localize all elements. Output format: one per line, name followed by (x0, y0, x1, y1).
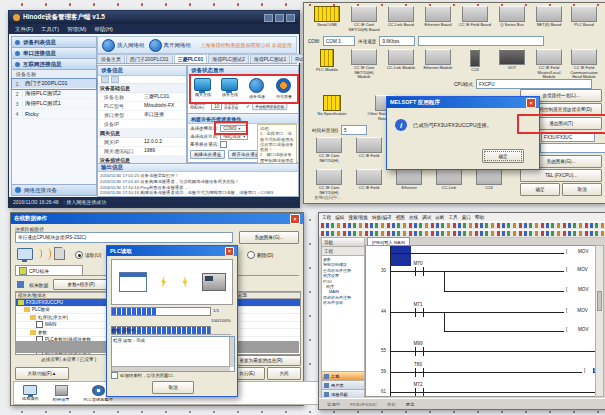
menu-file[interactable]: 文件(F) (15, 26, 33, 33)
ladder-editor[interactable]: MOVK6 D800 30 M70 MOVK29 D798 MOVK7 D800… (365, 245, 596, 397)
auto-close-option[interactable]: 处理结束时，自动关闭窗口。 (111, 372, 177, 379)
menu-diagnostics[interactable]: 诊断 (435, 215, 444, 220)
unit-ethernet[interactable]: Ethernet Module (421, 49, 455, 71)
time-check-field[interactable]: 5 (341, 125, 367, 135)
device-row[interactable]: 1西门子200PLC01 (12, 79, 96, 89)
unit-plc-module[interactable]: PLC Module (310, 49, 344, 73)
category-icon[interactable] (111, 76, 119, 83)
menu-debug[interactable]: 调试 (422, 215, 431, 220)
menu-tools[interactable]: 工具(T) (41, 26, 59, 33)
editor-scrollbar[interactable] (595, 245, 604, 397)
sidebar-bottom-bar[interactable]: 网络连接设备 (12, 184, 96, 195)
navigation-project-toolbar[interactable]: 工程 (322, 247, 364, 256)
contact-symbol[interactable] (415, 267, 424, 276)
sidebar-section-network[interactable]: 互联网连接信息 (12, 59, 96, 70)
unit-ccie-master[interactable]: CC IE Field Master/Local Module (532, 49, 566, 80)
coex-c24[interactable]: C24 (472, 169, 506, 191)
contact-symbol[interactable] (415, 308, 424, 317)
coex-ethernet[interactable]: Ethernet (392, 169, 426, 191)
board-net2[interactable]: NET(II) Board (532, 6, 566, 28)
menu-search[interactable]: 搜索/替换 (348, 215, 368, 220)
netroute-ccie-field[interactable]: CC IE Field (352, 137, 386, 159)
join-network-button[interactable]: 接入网络组 (102, 39, 145, 52)
period-field[interactable]: 10 (211, 103, 222, 110)
checkbox-icon[interactable] (36, 321, 43, 328)
board-cclink[interactable]: CC-Link Board (384, 6, 418, 28)
menu-compile[interactable]: 转换/编译 (372, 215, 392, 220)
radio-delete[interactable]: 删除(D) (247, 251, 273, 259)
dialog-titlebar[interactable]: MELSOFT 应用程序× (387, 97, 539, 108)
contact-symbol[interactable] (415, 388, 424, 397)
nav-tab-user-library[interactable]: 用户库 (322, 380, 364, 389)
unit-ccie-cont[interactable]: CC IE Cont NET/10(H) Module (347, 49, 381, 80)
board-ccie-cont[interactable]: CC IE Cont NET/10(H) Board (347, 6, 381, 32)
menu-project[interactable]: 工程 (322, 215, 331, 220)
dialog-close-icon[interactable]: × (526, 98, 536, 108)
cpu-mode-field[interactable]: FXCPU (476, 79, 592, 89)
sidebar-section-device-list[interactable]: 设备列表信息 (12, 37, 96, 48)
board-serial-usb[interactable]: Serial USB (310, 6, 344, 28)
device-row[interactable]: 4Ricky (12, 109, 96, 119)
com-field[interactable]: COM 3 (323, 36, 355, 46)
com-port-select[interactable]: COM3 (220, 125, 248, 132)
mov-instruction[interactable]: MOVK6 D800 (564, 249, 596, 254)
leave-network-button[interactable]: 离开网络组 (149, 39, 192, 52)
param-program-button[interactable]: 参数+程序(P) (53, 279, 109, 290)
sort-icon[interactable] (101, 76, 109, 83)
system-image-button[interactable]: 系统图像(G)... (239, 231, 299, 244)
board-ethernet[interactable]: Ethernet Board (421, 6, 455, 28)
menu-help[interactable]: 帮助(H) (94, 26, 113, 33)
rst-instruction[interactable]: RSTM99 (582, 368, 596, 373)
check-icon[interactable]: ✓ (246, 103, 250, 109)
menu-edit[interactable]: 编辑 (335, 215, 344, 220)
contact-symbol[interactable] (415, 347, 424, 356)
minimize-button[interactable] (264, 14, 273, 22)
device-row[interactable]: 2海得PLC测试2 (12, 89, 96, 99)
tab-device[interactable]: 海得PLC测试2 (208, 54, 249, 63)
coex-cclink[interactable]: CC-Link (432, 169, 466, 191)
build-channel-button[interactable]: 构建连接通道 (190, 150, 225, 159)
other-no-specification[interactable]: No Specification (312, 95, 352, 117)
close-button[interactable] (286, 14, 295, 22)
related-functions-button[interactable]: 关联功能(F)▲ (15, 367, 69, 380)
mov-instruction[interactable]: MOVK31 D798 (564, 308, 596, 313)
scrollbar-vertical[interactable] (229, 337, 234, 367)
device-row[interactable]: 3海得PLC测试1 (12, 99, 96, 109)
auto-close-checkbox[interactable] (111, 372, 118, 379)
radio-read[interactable]: 读取(U) (75, 251, 101, 259)
sidebar-section-serial[interactable]: 串口连接信息 (12, 48, 96, 59)
speed-field[interactable]: 9.6Kbps (379, 36, 415, 46)
bridge-checkbox[interactable] (220, 141, 227, 148)
manual-check-button[interactable]: 手动检测设备在线 (252, 102, 287, 109)
menu-tools[interactable]: 工具 (448, 215, 457, 220)
nav-tab-connection[interactable]: 连接目标 (322, 389, 364, 398)
tab-device[interactable]: 西门子200PLC01 (126, 54, 173, 63)
dialog-ok-button[interactable]: 确定 (482, 149, 524, 163)
unit-ccie-head[interactable]: CC IE Field Communication Head Module (567, 49, 601, 80)
maximize-button[interactable] (275, 14, 284, 22)
mov-instruction[interactable]: MOVK9 D800 (564, 327, 596, 332)
tab-device-active[interactable]: 三菱PLC01 (174, 54, 208, 63)
menu-manage[interactable]: 管理(M) (67, 26, 86, 33)
mov-instruction[interactable]: MOVK29 D798 (564, 267, 596, 272)
progress-cancel-button[interactable]: 取消 (152, 381, 194, 394)
close-icon[interactable]: × (290, 214, 300, 224)
unit-cclink[interactable]: CC-Link Module (384, 49, 418, 71)
ok-button[interactable]: 确定 (520, 183, 560, 196)
coex-ccie-field[interactable]: CC IE Field (352, 169, 386, 191)
clock-setting-button[interactable]: 时钟设置 (53, 385, 70, 402)
close-button[interactable]: 关闭 (267, 367, 301, 380)
unit-got[interactable]: GOT (495, 49, 529, 71)
titlebar[interactable]: Hinode设备管理客户端 v1.5 (9, 11, 299, 24)
board-qbus[interactable]: Q Series Bus (495, 6, 529, 28)
board-plc[interactable]: PLC Board (567, 6, 601, 28)
scrollbar-horizontal[interactable] (112, 366, 230, 371)
tel-button[interactable]: TEL (FXCPU)... (520, 169, 602, 182)
netroute-ccie-cont[interactable]: CC IE Cont NET/10(H) (312, 137, 346, 163)
scroll-thumb[interactable] (597, 291, 602, 311)
menu-help[interactable]: 帮助 (475, 215, 484, 220)
remote-operation-button[interactable]: 远程操作 (22, 385, 39, 401)
project-tree[interactable]: 参数 智能功能模块 全局软元件注释 程序设置 POU 程序 MAIN 局部软元件… (322, 256, 364, 371)
menu-online[interactable]: 在线 (409, 215, 418, 220)
progress-titlebar[interactable]: PLC读取× (107, 246, 237, 256)
